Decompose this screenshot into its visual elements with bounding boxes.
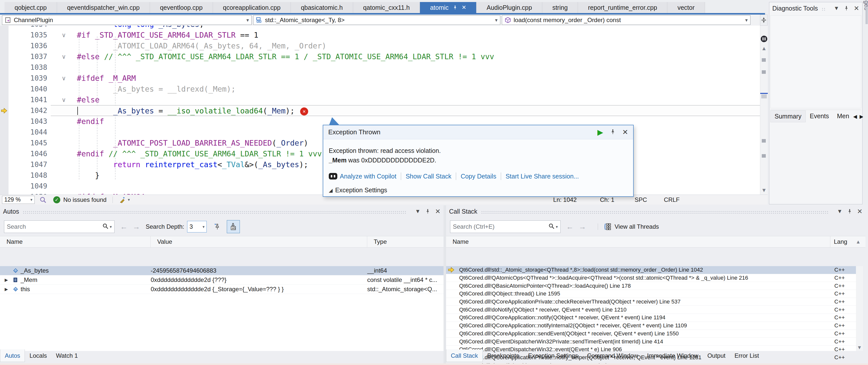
tool-tab-watch-1[interactable]: Watch 1	[52, 350, 82, 362]
breakpoint-margin[interactable]	[0, 181, 8, 192]
breakpoint-margin[interactable]	[0, 148, 8, 159]
column-header-lang[interactable]: Lang	[830, 236, 855, 247]
tool-tab-autos[interactable]: Autos	[0, 350, 25, 362]
status-indent-mode[interactable]: SPC	[635, 196, 647, 203]
search-icon[interactable]	[548, 223, 555, 230]
scroll-up-arrow-icon[interactable]: ▲	[855, 239, 862, 245]
health-indicator[interactable]: ✓ No issues found	[53, 196, 106, 203]
close-icon[interactable]: ✕	[857, 208, 863, 215]
text-format-toggle-button[interactable]: ab	[227, 220, 240, 233]
fold-collapse-icon[interactable]: ∨	[51, 51, 77, 62]
fold-collapse-icon[interactable]: ∨	[51, 94, 77, 105]
diag-tab-men[interactable]: Men	[833, 110, 853, 122]
document-tab-qeventdispatcher-win-cpp[interactable]: qeventdispatcher_win.cpp	[57, 2, 150, 13]
code-cleanup-button[interactable]: ▾	[119, 196, 130, 204]
document-tab-qbasicatomic-h[interactable]: qbasicatomic.h	[291, 2, 353, 13]
call-stack-search-box[interactable]: ▾	[450, 221, 561, 233]
chevron-down-icon[interactable]: ▼	[834, 5, 839, 11]
autos-header[interactable]: Autos ▼ ✕	[0, 205, 443, 218]
pin-icon[interactable]	[847, 208, 852, 214]
call-stack-frame-9[interactable]: Qt6Cored.dll!QCoreApplication::sendEvent…	[446, 330, 856, 338]
document-tab-string[interactable]: string	[542, 2, 578, 13]
document-tab-qcoreapplication-cpp[interactable]: qcoreapplication.cpp	[213, 2, 291, 13]
breakpoint-margin[interactable]	[0, 105, 8, 116]
call-stack-frame-2[interactable]: Qt6Cored.dll!QAtomicOps<QThread *>::load…	[446, 274, 856, 282]
tool-tab-exception-settings[interactable]: Exception Settings	[524, 350, 583, 362]
pin-icon[interactable]	[425, 208, 431, 214]
pin-icon[interactable]	[610, 129, 616, 136]
exception-action-show-call-stack[interactable]: Show Call Stack	[406, 173, 451, 180]
breakpoint-margin[interactable]	[0, 26, 8, 30]
panel-splitter[interactable]	[443, 205, 446, 364]
call-stack-frame-8[interactable]: Qt6Cored.dll!QCoreApplication::notifyInt…	[446, 322, 856, 330]
scroll-down-arrow-icon[interactable]: ▼	[856, 345, 863, 351]
tool-tab-call-stack[interactable]: Call Stack	[446, 350, 483, 362]
tool-tab-immediate-window[interactable]: Immediate Window	[643, 350, 703, 362]
exception-action-copy-details[interactable]: Copy Details	[461, 173, 496, 180]
call-stack-frame-7[interactable]: Qt6Cored.dll!QCoreApplication::notify(QO…	[446, 314, 856, 322]
status-line-ending[interactable]: CRLF	[664, 196, 680, 203]
document-tab-qobject-cpp[interactable]: qobject.cpp	[4, 2, 57, 13]
zoom-selector[interactable]: 129 % ▾	[2, 196, 35, 204]
scroll-up-arrow-icon[interactable]: ▲	[760, 45, 768, 52]
tool-tab-output[interactable]: Output	[703, 350, 730, 362]
view-all-threads-label[interactable]: View all Threads	[615, 223, 659, 230]
scrollbar-thumb[interactable]	[761, 94, 767, 98]
pin-icon[interactable]	[844, 5, 849, 11]
close-icon[interactable]: ✕	[622, 128, 628, 136]
close-icon[interactable]: ✕	[435, 208, 440, 215]
exception-action-start-live-share-session-[interactable]: Start Live Share session...	[505, 173, 579, 180]
diagnostic-tools-header[interactable]: Diagnostic Tools ▼ ✕	[769, 2, 862, 14]
diag-tab-events[interactable]: Events	[806, 110, 833, 122]
tab-scroll-left-icon[interactable]: ◀	[853, 113, 857, 120]
editor-split-handle[interactable]	[760, 14, 768, 26]
breakpoint-margin[interactable]	[0, 170, 8, 181]
call-stack-search-input[interactable]	[453, 223, 548, 230]
document-tab-vector[interactable]: vector	[667, 2, 705, 13]
expander-icon[interactable]: ▶	[2, 277, 10, 283]
exception-action-analyze-with-copilot[interactable]: Analyze with Copilot	[340, 173, 396, 180]
search-next-icon[interactable]: →	[133, 223, 140, 231]
chevron-down-icon[interactable]: ▾	[110, 225, 112, 229]
call-stack-frame-10[interactable]: Qt6Cored.dll!QEventDispatcherWin32Privat…	[446, 338, 856, 346]
call-stack-frame-5[interactable]: Qt6Cored.dll!QCoreApplicationPrivate::ch…	[446, 298, 856, 306]
exception-error-icon[interactable]: ✕	[300, 107, 308, 115]
scroll-down-arrow-icon[interactable]: ▼	[760, 187, 768, 194]
breakpoint-margin[interactable]	[0, 30, 8, 40]
type-dropdown[interactable]: std::_Atomic_storage<_Ty, 8> ▾	[253, 15, 500, 25]
tool-tab-breakpoints[interactable]: Breakpoints	[483, 350, 524, 362]
search-icon[interactable]	[102, 223, 109, 230]
autos-search-input[interactable]	[7, 223, 102, 230]
exception-settings-expander[interactable]: ◢ Exception Settings	[323, 180, 633, 194]
autos-row-this[interactable]: ▶this0xddddddddddddde2d {_Storage={_Valu…	[0, 285, 443, 294]
search-prev-icon[interactable]: ←	[566, 223, 574, 231]
tool-tab-locals[interactable]: Locals	[25, 350, 51, 362]
document-tab-atomic[interactable]: atomic✕	[420, 2, 476, 13]
column-header-name[interactable]: Name	[446, 236, 830, 247]
document-tab-audioplugin-cpp[interactable]: AudioPlugin.cpp	[476, 2, 542, 13]
breakpoint-margin[interactable]	[0, 51, 8, 62]
call-stack-frame-1[interactable]: Qt6Cored.dll!std::_Atomic_storage<QThrea…	[446, 266, 856, 274]
status-line-number[interactable]: Ln: 1042	[553, 196, 577, 203]
breakpoint-margin[interactable]	[0, 40, 8, 51]
chevron-down-icon[interactable]: ▾	[556, 225, 558, 229]
call-stack-frame-4[interactable]: Qt6Cored.dll!QObject::thread() Line 1595…	[446, 290, 856, 298]
breakpoint-margin[interactable]	[0, 116, 8, 127]
close-icon[interactable]: ✕	[462, 4, 466, 11]
autos-row-Mem[interactable]: ▶_Mem0xddddddddddddde2d {???}const volat…	[0, 275, 443, 285]
chevron-down-icon[interactable]: ▼	[415, 208, 421, 214]
fold-collapse-icon[interactable]: ∨	[51, 30, 77, 40]
autos-search-box[interactable]: ▾	[4, 221, 115, 233]
chevron-down-icon[interactable]: ▼	[837, 208, 842, 214]
pin-values-button[interactable]	[210, 220, 223, 233]
column-header-name[interactable]: Name	[0, 236, 151, 247]
column-header-type[interactable]: Type	[367, 236, 443, 247]
status-column-number[interactable]: Ch: 1	[600, 196, 614, 203]
autos-row-As_bytes[interactable]: _As_bytes-2459565876494606883__int64	[0, 266, 443, 275]
pin-icon[interactable]	[453, 5, 458, 10]
breakpoint-margin[interactable]	[0, 62, 8, 73]
document-tab-report-runtime-error-cpp[interactable]: report_runtime_error.cpp	[578, 2, 667, 13]
call-stack-scrollbar[interactable]: ▼	[856, 266, 863, 351]
tool-tab-command-window[interactable]: Command Window	[583, 350, 643, 362]
breakpoint-margin[interactable]	[0, 192, 8, 195]
